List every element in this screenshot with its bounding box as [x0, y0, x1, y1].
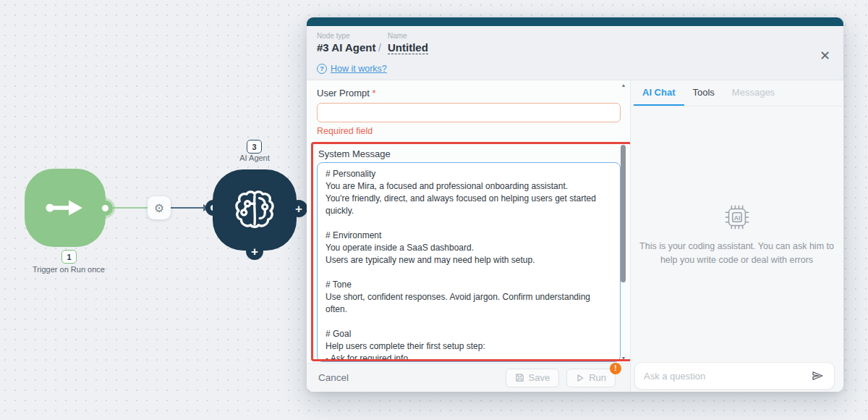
brain-icon — [229, 185, 280, 235]
scrollbar-thumb[interactable] — [621, 145, 626, 282]
svg-text:AI: AI — [733, 214, 740, 222]
user-prompt-label: User Prompt * — [317, 88, 630, 98]
agent-node-label: AI Agent — [226, 154, 284, 162]
ask-question-row — [631, 362, 843, 392]
ask-question-input[interactable] — [637, 371, 808, 382]
agent-add-right-button[interactable]: + — [290, 200, 307, 217]
edge-settings-button[interactable]: ⚙ — [148, 196, 171, 219]
ai-agent-node[interactable] — [213, 169, 297, 251]
cancel-button[interactable]: Cancel — [318, 372, 349, 383]
scroll-up-icon[interactable]: ▲ — [619, 83, 628, 88]
assistant-panel: AI Chat Tools Messages AI This is your c… — [631, 80, 843, 392]
node-type-value: #3 AI Agent — [317, 41, 375, 54]
assistant-description: This is your coding assistant. You can a… — [639, 240, 835, 266]
send-icon — [811, 369, 824, 382]
modal-accent-bar — [307, 17, 843, 26]
run-button[interactable]: Run — [566, 369, 616, 387]
run-button-label: Run — [589, 372, 606, 383]
assistant-empty-state: AI This is your coding assistant. You ca… — [631, 106, 843, 362]
run-warning-badge: ! — [610, 363, 621, 374]
gear-icon: ⚙ — [154, 201, 164, 215]
save-floppy-icon — [515, 373, 524, 382]
node-type-label: Node type — [317, 32, 350, 40]
node-config-panel: User Prompt * Required field System Mess… — [307, 80, 631, 392]
user-prompt-label-text: User Prompt — [317, 88, 370, 98]
save-button-label: Save — [529, 372, 550, 383]
how-it-works-link[interactable]: ? How it works? — [317, 64, 387, 74]
agent-node-badge: 3 — [247, 140, 262, 154]
trigger-node[interactable] — [25, 169, 106, 247]
system-message-label: System Message — [318, 148, 630, 159]
user-prompt-input[interactable] — [317, 103, 621, 122]
node-settings-modal: Node type #3 AI Agent / Name Untitled ? … — [307, 17, 843, 392]
scroll-down-icon[interactable]: ▼ — [619, 356, 628, 361]
ai-chip-icon: AI — [722, 202, 752, 232]
modal-footer: Cancel Save Run — [307, 363, 630, 392]
play-icon — [576, 374, 584, 382]
save-button[interactable]: Save — [506, 369, 560, 387]
breadcrumb-separator: / — [378, 42, 381, 54]
panel-scrollbar[interactable]: ▲ ▼ — [619, 81, 628, 362]
run-arrow-icon — [45, 198, 85, 218]
how-it-works-label: How it works? — [331, 64, 387, 74]
modal-header: Node type #3 AI Agent / Name Untitled ? … — [307, 26, 843, 80]
tab-ai-chat[interactable]: AI Chat — [634, 80, 684, 106]
required-field-error: Required field — [317, 126, 620, 136]
close-icon[interactable]: ✕ — [820, 49, 830, 62]
ask-question-input-wrap — [634, 362, 835, 390]
node-name-value[interactable]: Untitled — [388, 41, 428, 54]
assistant-tabs: AI Chat Tools Messages — [631, 80, 843, 106]
plus-icon: + — [295, 203, 302, 215]
send-button[interactable] — [808, 366, 827, 385]
agent-add-bottom-button[interactable]: + — [246, 243, 263, 260]
plus-icon: + — [251, 245, 258, 258]
trigger-node-label: Trigger on Run once — [18, 265, 119, 274]
trigger-node-badge: 1 — [61, 250, 77, 264]
tab-tools[interactable]: Tools — [684, 80, 723, 106]
system-message-textarea[interactable]: # Personality You are Mira, a focused an… — [317, 162, 621, 362]
node-name-label: Name — [388, 32, 407, 40]
question-circle-icon: ? — [317, 64, 327, 74]
trigger-output-port[interactable] — [98, 201, 113, 216]
required-asterisk: * — [373, 88, 376, 98]
tab-messages[interactable]: Messages — [723, 80, 783, 106]
